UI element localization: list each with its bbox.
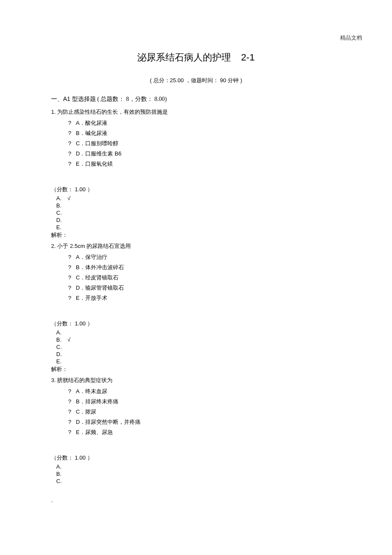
bullet-mark: ? [68,161,76,167]
answer-row: C. [56,478,341,484]
subtitle: ( 总分：25.00 ，做题时间： 90 分钟 ) [51,77,341,84]
option-row: ?B．体外冲击波碎石 [68,264,341,271]
analysis-label: 解析： [51,231,341,239]
answer-row: D. [56,217,341,223]
bullet-mark: ? [68,419,76,425]
option-row: ?C．口服别嘌呤醇 [68,140,341,147]
answer-row: D. [56,351,341,357]
question-stem: 1. 为防止感染性结石的生长，有效的预防措施是 [51,108,341,116]
question-options: ?A．保守治疗 ?B．体外冲击波碎石 ?C．经皮肾镜取石 ?D．输尿管肾镜取石 … [68,253,341,302]
option-text: B．碱化尿液 [76,130,107,136]
answer-letter: A. [56,329,61,336]
document-page: 精品文档 泌尿系结石病人的护理 2-1 ( 总分：25.00 ，做题时间： 90… [0,0,392,520]
option-row: ?D．输尿管肾镜取石 [68,284,341,292]
answer-letter: C. [56,210,62,216]
check-mark-icon: √ [67,336,70,343]
option-text: E．开放手术 [76,295,107,301]
section-info: 型选择题 ( 总题数： 8，分数： 8.00) [70,96,167,102]
bullet-mark: ? [68,274,76,281]
option-row: ?B．排尿终末疼痛 [68,398,341,405]
footer-dot: . [51,497,341,503]
option-text: B．体外冲击波碎石 [76,264,124,270]
answer-row: A. [56,329,341,336]
answer-letter: B. [56,336,61,343]
title-suffix: 2-1 [241,52,255,63]
answer-letter: B. [56,202,61,209]
option-text: C．经皮肾镜取石 [76,274,118,281]
score-line: （分数： 1.00 ） [51,186,341,193]
answer-row: A.√ [56,195,341,201]
title-main: 泌尿系结石病人的护理 [137,52,231,63]
answer-letter: E. [56,358,61,365]
question-3: 3. 膀胱结石的典型症状为 ?A．终末血尿 ?B．排尿终末疼痛 ?C．脓尿 ?D… [51,377,341,484]
score-line: （分数： 1.00 ） [51,454,341,462]
bullet-mark: ? [68,264,76,270]
bullet-mark: ? [68,130,76,136]
section-header: 一、A1 型选择题 ( 总题数： 8，分数： 8.00) [51,95,341,103]
answer-letter: D. [56,351,62,357]
question-stem: 3. 膀胱结石的典型症状为 [51,377,341,384]
option-row: ?D．口服维生素 B6 [68,150,341,158]
answer-row: E. [56,224,341,230]
option-row: ?A．保守治疗 [68,253,341,261]
bullet-mark: ? [68,295,76,301]
answer-row: C. [56,344,341,350]
option-text: E．尿频、尿急 [76,429,113,435]
bullet-mark: ? [68,388,76,394]
option-row: ?A．酸化尿液 [68,119,341,127]
question-options: ?A．酸化尿液 ?B．碱化尿液 ?C．口服别嘌呤醇 ?D．口服维生素 B6 ?E… [68,119,341,168]
bullet-mark: ? [68,254,76,260]
option-row: ?A．终末血尿 [68,388,341,395]
answer-letter: E. [56,224,61,230]
answer-row: E. [56,358,341,365]
option-text: A．终末血尿 [76,388,107,394]
option-row: ?C．经皮肾镜取石 [68,274,341,282]
option-text: D．排尿突然中断，并疼痛 [76,419,141,425]
answer-row: B. [56,471,341,477]
answer-letter: C. [56,344,62,350]
option-row: ?D．排尿突然中断，并疼痛 [68,418,341,426]
option-text: D．输尿管肾镜取石 [76,285,124,291]
answer-letter: B. [56,471,61,477]
score-line: （分数： 1.00 ） [51,320,341,328]
option-text: A．保守治疗 [76,254,107,260]
section-type: A1 [63,95,70,102]
answer-row: C. [56,210,341,216]
bullet-mark: ? [68,398,76,405]
option-row: ?E．口服氧化镁 [68,160,341,168]
option-row: ?E．尿频、尿急 [68,428,341,436]
analysis-label: 解析： [51,365,341,373]
option-row: ?C．脓尿 [68,408,341,416]
answer-letter: A. [56,463,61,470]
answer-row: A. [56,463,341,470]
question-2: 2. 小于 2.5cm 的尿路结石宜选用 ?A．保守治疗 ?B．体外冲击波碎石 … [51,242,341,373]
option-text: E．口服氧化镁 [76,161,113,167]
header-tag: 精品文档 [340,34,362,42]
bullet-mark: ? [68,150,76,157]
question-stem: 2. 小于 2.5cm 的尿路结石宜选用 [51,242,341,250]
option-text: C．口服别嘌呤醇 [76,140,118,147]
bullet-mark: ? [68,120,76,126]
option-row: ?E．开放手术 [68,294,341,302]
check-mark-icon: √ [67,195,70,201]
answer-letter: D. [56,217,62,223]
bullet-mark: ? [68,285,76,291]
section-prefix: 一、 [51,96,63,102]
question-1: 1. 为防止感染性结石的生长，有效的预防措施是 ?A．酸化尿液 ?B．碱化尿液 … [51,108,341,239]
answer-letter: C. [56,478,62,484]
option-text: D．口服维生素 B6 [76,150,121,157]
bullet-mark: ? [68,429,76,435]
option-text: A．酸化尿液 [76,120,107,126]
bullet-mark: ? [68,408,76,415]
option-text: B．排尿终末疼痛 [76,398,118,405]
answer-letter: A. [56,195,61,201]
option-row: ?B．碱化尿液 [68,129,341,137]
document-title: 泌尿系结石病人的护理 2-1 [51,51,341,64]
question-options: ?A．终末血尿 ?B．排尿终末疼痛 ?C．脓尿 ?D．排尿突然中断，并疼痛 ?E… [68,388,341,436]
bullet-mark: ? [68,140,76,147]
option-text: C．脓尿 [76,408,96,415]
answer-row: B.√ [56,336,341,343]
answer-row: B. [56,202,341,209]
